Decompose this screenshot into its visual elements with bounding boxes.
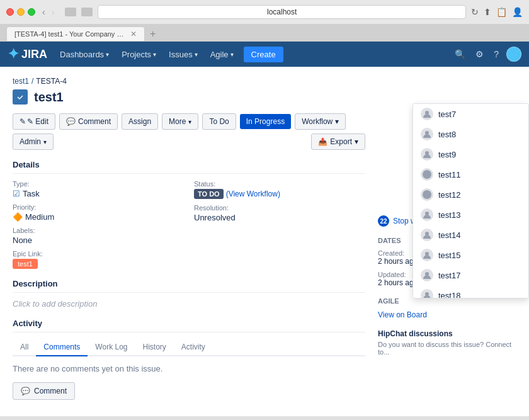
details-left: Type: ☑ Task Priority: 🔶 Medium [13,180,184,269]
edit-button[interactable]: ✎ ✎ Edit [13,113,55,130]
watcher-avatar [421,188,433,201]
workflow-button[interactable]: Workflow ▾ [295,113,346,130]
tab-icon [65,8,76,16]
watcher-item[interactable]: test14 [413,225,528,245]
create-button[interactable]: Create [244,47,283,62]
close-tab-icon[interactable]: ✕ [130,30,137,38]
agile-section: Agile View on Board [378,297,516,319]
projects-menu[interactable]: Projects ▾ [117,42,161,67]
watcher-item[interactable]: test18 [413,285,528,298]
watcher-name: test7 [438,110,456,119]
watcher-item[interactable]: test17 [413,265,528,285]
issue-container: test1 / TESTA-4 test1 ✎ ✎ Edit [0,67,529,416]
user-icon[interactable]: 👤 [512,7,523,17]
search-icon[interactable]: 🔍 [452,47,468,62]
share-icon[interactable]: ⬆ [484,7,491,17]
activity-section-title: Activity [13,319,365,332]
reading-list-icon[interactable]: 📋 [496,7,507,17]
status-value: TO DO (View Workflow) [194,189,365,199]
status-label: Status: [194,180,365,188]
agile-menu[interactable]: Agile ▾ [205,42,239,67]
breadcrumb-issue-key: TESTA-4 [36,77,66,86]
maximize-window-button[interactable] [28,8,35,16]
view-workflow-link[interactable]: (View Workflow) [226,190,280,198]
browser-tab[interactable]: [TESTA-4] test1 - Your Company JIRA ✕ [6,26,145,41]
watcher-avatar [421,289,433,298]
issues-menu[interactable]: Issues ▾ [164,42,203,67]
admin-button[interactable]: Admin ▾ [13,133,54,150]
tab-activity[interactable]: Activity [174,339,213,356]
watcher-item[interactable]: test9 [413,144,528,164]
watcher-item[interactable]: test13 [413,205,528,225]
resolution-row: Resolution: Unresolved [194,204,365,222]
help-icon[interactable]: ? [491,47,501,62]
todo-button[interactable]: To Do [202,113,236,130]
description-section: Description Click to add description [13,279,365,309]
status-badge: TO DO [194,189,224,199]
add-comment-button[interactable]: 💬 Comment [13,382,75,400]
watchers-dropdown: test7test8test9test11test12test13test14t… [412,103,529,298]
details-section-title: Details [13,160,365,174]
watcher-avatar [421,168,433,181]
breadcrumb-project[interactable]: test1 [13,77,29,86]
watcher-avatar [421,249,433,261]
agile-label: Agile [210,50,229,59]
activity-tabs: All Comments Work Log History Activity [13,339,365,356]
epic-tag[interactable]: test1 [13,259,38,269]
watcher-name: test13 [438,210,460,220]
user-avatar[interactable] [506,47,521,62]
in-progress-button[interactable]: In Progress [240,114,291,129]
watcher-avatar [421,269,433,281]
comment-button[interactable]: 💬 Comment [59,113,118,130]
tab-all[interactable]: All [13,339,36,356]
export-button[interactable]: 📤 Export ▾ [311,133,365,150]
assign-button[interactable]: Assign [122,113,158,130]
forward-button[interactable]: › [50,7,57,17]
new-tab-button[interactable]: + [147,28,158,40]
address-bar[interactable] [98,5,466,19]
watcher-name: test12 [438,190,460,200]
watcher-name: test15 [438,251,460,260]
watcher-item[interactable]: test11 [413,164,528,184]
svg-rect-0 [16,93,25,101]
hipchat-section: HipChat discussions Do you want to discu… [378,329,516,356]
watcher-item[interactable]: test12 [413,184,528,205]
browser-icons [65,8,93,16]
agile-caret: ▾ [230,51,234,58]
more-button[interactable]: More ▾ [162,113,198,130]
browser-chrome: ‹ › ↻ ⬆ 📋 👤 [TESTA-4] test1 - Your Compa… [0,0,529,42]
tab-comments[interactable]: Comments [36,339,88,356]
jira-nav: ✦ JIRA Dashboards ▾ Projects ▾ Issues ▾ … [0,42,529,67]
refresh-button[interactable]: ↻ [471,7,479,17]
description-placeholder[interactable]: Click to add description [13,299,365,309]
watcher-item[interactable]: test7 [413,104,528,124]
tab-worklog[interactable]: Work Log [88,339,135,356]
watcher-count: 22 [378,215,389,227]
edit-icon: ✎ [20,117,26,126]
dashboards-menu[interactable]: Dashboards ▾ [55,42,114,67]
toolbar-icons: ⬆ 📋 👤 [484,7,523,17]
address-bar-wrap: ↻ [98,5,479,19]
minimize-window-button[interactable] [17,8,25,16]
watcher-item[interactable]: test8 [413,124,528,144]
view-on-board-link[interactable]: View on Board [378,310,427,319]
watcher-name: test8 [438,130,456,139]
settings-icon[interactable]: ⚙ [473,47,486,62]
tab-history[interactable]: History [135,339,174,356]
browser-titlebar: ‹ › ↻ ⬆ 📋 👤 [0,0,529,24]
close-window-button[interactable] [6,8,14,16]
labels-value: None [13,236,184,245]
task-icon [16,93,25,101]
watcher-name: test9 [438,150,456,159]
priority-row: Priority: 🔶 Medium [13,203,184,222]
back-button[interactable]: ‹ [40,7,47,17]
tab-title: [TESTA-4] test1 - Your Company JIRA [14,30,127,38]
svg-rect-4 [423,170,431,179]
epic-row: Epic Link: test1 [13,250,184,269]
page-content: ✦ JIRA Dashboards ▾ Projects ▾ Issues ▾ … [0,42,529,416]
traffic-lights [6,8,35,16]
watcher-item[interactable]: test15 [413,245,528,265]
page-title: test1 [34,90,64,105]
type-row: Type: ☑ Task [13,180,184,198]
watcher-name: test11 [438,170,460,179]
